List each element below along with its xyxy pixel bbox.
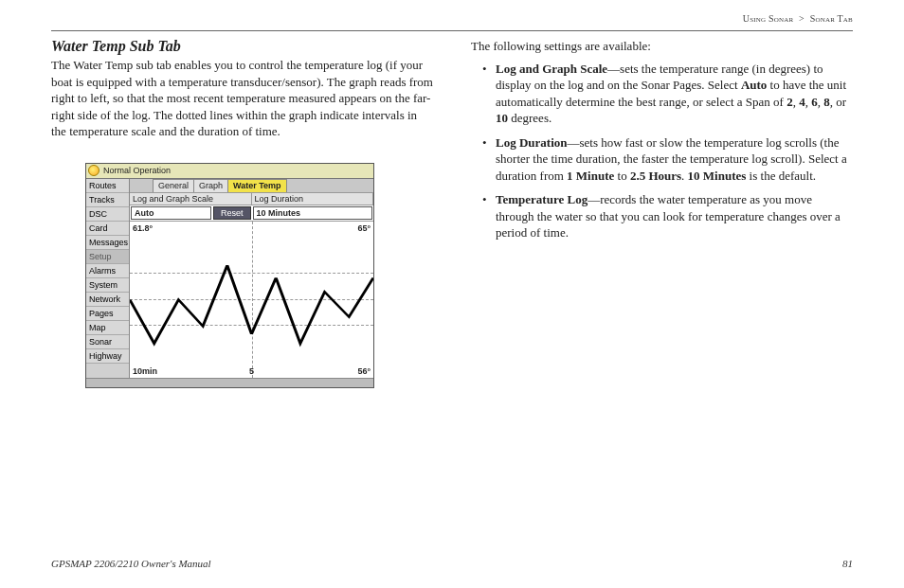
sidebar-item-alarms[interactable]: Alarms [86, 264, 129, 278]
sidebar-item-dsc[interactable]: DSC [86, 207, 129, 222]
sidebar-item-network[interactable]: Network [86, 293, 129, 307]
graph-top-left: 61.8° [133, 223, 153, 233]
sidebar-item-highway[interactable]: Highway [86, 349, 129, 364]
tab-water-temp[interactable]: Water Temp [227, 179, 287, 192]
intro-paragraph: The Water Temp sub tab enables you to co… [51, 57, 433, 140]
satellite-icon [88, 165, 99, 176]
label-log-graph-scale: Log and Graph Scale [130, 193, 252, 205]
reset-button[interactable]: Reset [213, 206, 251, 220]
tab-graph[interactable]: Graph [193, 179, 228, 192]
sidebar-item-map[interactable]: Map [86, 321, 129, 335]
device-screenshot: Normal Operation Routes Tracks DSC Card … [85, 163, 374, 388]
window-title: Normal Operation [103, 166, 171, 175]
bullet-temperature-log: Temperature Log—records the water temper… [488, 191, 853, 241]
status-bar [86, 378, 373, 387]
sidebar-item-setup[interactable]: Setup [86, 250, 129, 264]
settings-list: Log and Graph Scale—sets the temperature… [471, 61, 853, 241]
temp-graph: 61.8° 65° 10min 5 56° [130, 222, 373, 378]
bullet-log-duration: Log Duration—sets how fast or slow the t… [488, 134, 853, 185]
graph-bot-right: 56° [357, 366, 371, 376]
footer-title: GPSMAP 2206/2210 Owner's Manual [51, 558, 211, 569]
breadcrumb-sep: > [799, 13, 805, 24]
right-intro: The following settings are available: [471, 38, 853, 55]
graph-top-right: 65° [357, 223, 371, 233]
sidebar-item-pages[interactable]: Pages [86, 307, 129, 321]
label-log-duration: Log Duration [252, 193, 374, 205]
sidebar-item-sonar[interactable]: Sonar [86, 335, 129, 349]
sidebar-item-tracks[interactable]: Tracks [86, 193, 129, 207]
temp-line [130, 222, 373, 378]
tab-row: General Graph Water Temp [130, 179, 373, 192]
breadcrumb: Using Sonar > Sonar Tab [743, 13, 853, 24]
sidebar-item-messages[interactable]: Messages [86, 236, 129, 250]
tab-general[interactable]: General [153, 179, 194, 192]
page-number: 81 [842, 558, 853, 569]
field-duration[interactable]: 10 Minutes [253, 206, 373, 220]
field-scale[interactable]: Auto [131, 206, 211, 220]
sidebar-item-card[interactable]: Card [86, 222, 129, 236]
breadcrumb-part-2: Sonar Tab [810, 13, 853, 24]
breadcrumb-part-1: Using Sonar [743, 13, 794, 24]
section-heading: Water Temp Sub Tab [51, 38, 433, 55]
graph-bot-left: 10min [133, 366, 157, 376]
window-titlebar: Normal Operation [86, 164, 373, 179]
header-rule [51, 30, 853, 31]
sidebar-item-system[interactable]: System [86, 278, 129, 293]
sidebar: Routes Tracks DSC Card Messages Setup Al… [86, 179, 130, 378]
graph-bot-mid: 5 [249, 366, 254, 376]
bullet-log-graph-scale: Log and Graph Scale—sets the temperature… [488, 61, 853, 127]
sidebar-item-routes[interactable]: Routes [86, 179, 129, 193]
